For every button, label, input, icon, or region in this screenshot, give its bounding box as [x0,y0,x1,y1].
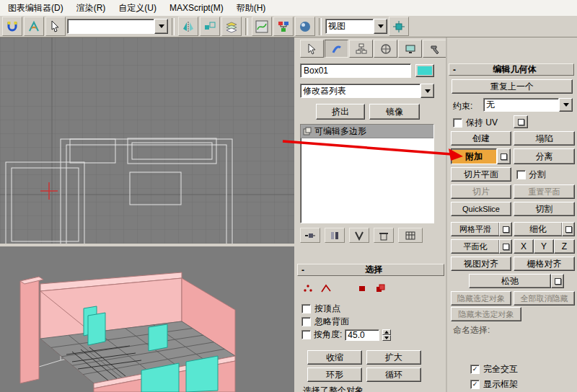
named-selection-arrow[interactable] [154,19,168,34]
planar-z-button[interactable]: Z [554,239,575,254]
tab-hierarchy[interactable] [349,40,373,58]
collapse-button[interactable]: 塌陷 [514,131,575,146]
reset-plane-button[interactable]: 重置平面 [514,184,575,199]
attach-list-button[interactable] [497,148,511,164]
schematic-view-button[interactable] [273,17,294,36]
curve-editor-button[interactable] [252,17,272,36]
angle-value-field[interactable]: 45.0 [345,329,379,341]
coordsys-arrow[interactable] [374,19,387,34]
spinner-down-icon [384,337,389,339]
ring-button[interactable]: 环形 [307,368,362,382]
mirror-button[interactable]: 镜像 [369,104,420,120]
full-interactivity-checkbox[interactable]: ✓ [470,365,480,374]
object-color-fill [418,66,432,75]
grid-align-button[interactable]: 栅格对齐 [514,257,575,271]
select-object-button[interactable] [45,17,66,36]
hide-selected-button[interactable]: 隐藏选定对象 [451,291,511,306]
edit-geometry-rollout-header[interactable]: - 编辑几何体 [449,63,574,76]
configure-modifier-sets-button[interactable] [398,228,423,243]
edge-subobject-button[interactable] [318,281,334,295]
planar-x-button[interactable]: X [514,239,534,254]
menu-item-customize[interactable]: 自定义(U) [112,0,163,16]
grow-button[interactable]: 扩大 [366,350,421,365]
named-selection-combo[interactable] [67,19,168,34]
remove-modifier-button[interactable] [374,228,394,243]
viewport-perspective[interactable] [0,246,294,392]
reference-coordsys-combo[interactable]: 视图 [325,19,387,34]
cut-button[interactable]: 切割 [514,202,575,216]
relax-settings-button[interactable] [551,274,564,288]
preserve-uv-checkbox[interactable] [453,118,462,128]
object-name: Box01 [304,66,328,76]
constraints-dropdown[interactable]: 无 [483,98,573,112]
modify-bend-icon [331,43,343,55]
quickslice-button[interactable]: QuickSlice [451,202,511,216]
tab-utilities[interactable] [423,40,446,58]
shrink-button[interactable]: 收缩 [307,350,362,365]
preserve-uv-settings-button[interactable] [514,115,528,128]
show-end-result-button[interactable] [325,228,345,243]
angle-snap-button[interactable] [24,17,44,36]
hide-unselected-button[interactable]: 隐藏未选定对象 [451,307,521,321]
element-subobject-button[interactable] [372,281,388,295]
make-planar-button[interactable]: 平面化 [451,239,500,254]
perspective-scene [0,246,294,392]
make-planar-settings-button[interactable] [499,239,512,254]
slice-plane-button[interactable]: 切片平面 [451,167,511,182]
loop-button[interactable]: 循环 [366,368,421,382]
attach-button[interactable]: 附加 [451,148,497,164]
polygon-subobject-button[interactable] [354,281,370,295]
by-vertex-checkbox[interactable] [301,304,311,313]
object-color-swatch[interactable] [415,64,434,77]
split-checkbox[interactable] [516,170,526,179]
ignore-backfacing-checkbox[interactable] [301,317,311,326]
modifier-list-dropdown[interactable]: 修改器列表 [300,84,434,98]
align-tool-button[interactable] [200,17,220,36]
detach-button[interactable]: 分离 [514,148,575,164]
tab-create[interactable] [300,40,324,58]
menu-item-rendering[interactable]: 渲染(R) [70,0,113,16]
by-angle-checkbox[interactable] [301,330,311,339]
settings-box-icon [518,119,524,125]
modifier-list-arrow[interactable] [420,84,434,98]
vertex-subobject-button[interactable] [300,281,316,295]
show-cage-checkbox[interactable]: ✓ [470,380,480,389]
layer-manager-button[interactable] [221,17,242,36]
extrude-button[interactable]: 挤出 [316,104,365,120]
tab-display[interactable] [398,40,422,58]
unhide-all-button[interactable]: 全部取消隐藏 [514,291,575,306]
repeat-last-button[interactable]: 重复上一个 [452,79,573,94]
planar-y-button[interactable]: Y [534,239,554,254]
view-align-button[interactable]: 视图对齐 [451,257,511,271]
snap-toggle-button[interactable] [2,17,22,36]
make-unique-button[interactable] [349,228,369,243]
menu-item-help[interactable]: 帮助(H) [230,0,273,16]
selection-rollout-title: 选择 [304,264,444,276]
tessellate-settings-button[interactable] [562,222,575,236]
use-pivot-center-button[interactable] [389,17,409,36]
slice-button[interactable]: 切片 [451,184,511,199]
mirror-tool-button[interactable] [178,17,198,36]
border-subobject-button[interactable] [336,281,352,295]
create-button[interactable]: 创建 [451,131,511,146]
tessellate-button[interactable]: 细化 [514,222,563,236]
selection-rollout-header[interactable]: - 选择 [297,264,444,276]
tab-motion[interactable] [374,40,397,58]
msmooth-button[interactable]: 网格平滑 [451,222,500,236]
stack-toolbar [300,228,423,243]
constraints-arrow[interactable] [559,98,573,112]
viewport-top-view[interactable] [0,37,294,244]
show-cage-label: 显示框架 [483,378,518,391]
tab-modify[interactable] [325,40,348,58]
menu-item-maxscript[interactable]: MAXScript(M) [163,0,230,16]
object-name-field[interactable]: Box01 [300,63,411,78]
relax-button[interactable]: 松弛 [469,274,551,288]
angle-spinner[interactable] [382,329,391,341]
pin-stack-button[interactable] [300,228,320,243]
msmooth-settings-button[interactable] [499,222,512,236]
main-toolbar: 视图 [0,16,577,37]
settings-box-icon [565,226,572,233]
stack-item-editable-poly[interactable]: 可编辑多边形 [301,125,433,138]
menu-item-graph-editors[interactable]: 图表编辑器(D) [1,0,70,16]
material-editor-button[interactable] [295,17,315,36]
